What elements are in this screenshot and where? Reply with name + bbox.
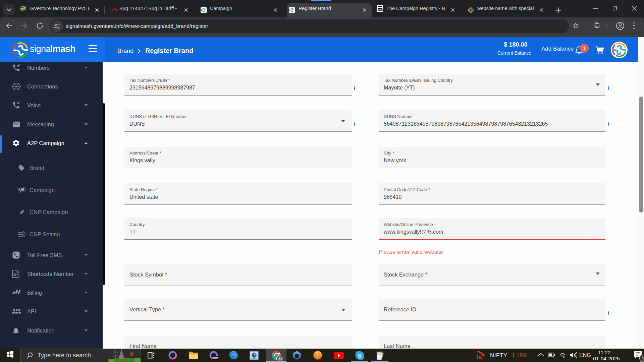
svg-text:S: S (358, 353, 362, 359)
svg-text:M365: M365 (213, 357, 218, 359)
